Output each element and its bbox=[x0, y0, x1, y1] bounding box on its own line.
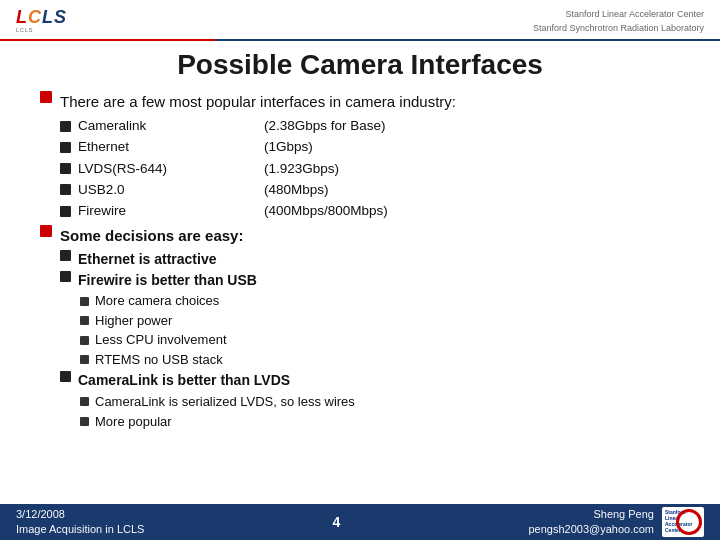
institution-line2: Stanford Synchrotron Radiation Laborator… bbox=[533, 22, 704, 36]
sub-item-text: Ethernet is attractive bbox=[78, 250, 217, 270]
list-item: Less CPU involvement bbox=[80, 330, 680, 350]
list-item: Higher power bbox=[80, 311, 680, 331]
title-section: Possible Camera Interfaces bbox=[0, 45, 720, 91]
subitem-text: Less CPU involvement bbox=[95, 330, 227, 350]
bullet-icon bbox=[60, 271, 71, 282]
interface-speed: (2.38Gbps for Base) bbox=[260, 116, 520, 136]
footer-author: Sheng Peng bbox=[528, 507, 654, 522]
header: LCLS LCLS Stanford Linear Accelerator Ce… bbox=[0, 0, 720, 39]
footer-logo-area: Sheng Peng pengsh2003@yahoo.com Stanford… bbox=[528, 507, 704, 538]
bullet-icon bbox=[60, 121, 71, 132]
list-item: USB2.0 bbox=[60, 180, 260, 200]
footer-right: Sheng Peng pengsh2003@yahoo.com bbox=[528, 507, 654, 538]
bullet-icon bbox=[80, 417, 89, 426]
subitem-text: More camera choices bbox=[95, 291, 219, 311]
bullet-icon bbox=[80, 297, 89, 306]
interface-speed: (1Gbps) bbox=[260, 137, 520, 157]
sub-item-text: Firewire is better than USB bbox=[78, 271, 257, 291]
list-item: Ethernet bbox=[60, 137, 260, 157]
intro-text: There are a few most popular interfaces … bbox=[60, 91, 456, 112]
interface-name: Ethernet bbox=[78, 137, 129, 157]
interface-name: USB2.0 bbox=[78, 180, 125, 200]
bullet-icon bbox=[80, 336, 89, 345]
decisions-text: Some decisions are easy: bbox=[60, 225, 243, 246]
list-item: CameraLink is serialized LVDS, so less w… bbox=[80, 392, 680, 412]
slide-title: Possible Camera Interfaces bbox=[20, 49, 700, 81]
logo-area: LCLS LCLS bbox=[16, 8, 96, 33]
interface-speed: (1.923Gbps) bbox=[260, 159, 520, 179]
bullet-icon bbox=[80, 355, 89, 364]
content: There are a few most popular interfaces … bbox=[0, 91, 720, 431]
bullet-icon bbox=[60, 206, 71, 217]
list-item: LVDS(RS-644) bbox=[60, 159, 260, 179]
interface-speed: (480Mbps) bbox=[260, 180, 520, 200]
subitem-text: RTEMS no USB stack bbox=[95, 350, 223, 370]
slide: LCLS LCLS Stanford Linear Accelerator Ce… bbox=[0, 0, 720, 540]
list-item: More camera choices bbox=[80, 291, 680, 311]
list-item: RTEMS no USB stack bbox=[80, 350, 680, 370]
interface-name: Firewire bbox=[78, 201, 126, 221]
footer: 3/12/2008 Image Acquisition in LCLS 4 Sh… bbox=[0, 504, 720, 540]
slac-logo: Stanford Linear Accelerator Center bbox=[662, 507, 704, 537]
subitem-text: More popular bbox=[95, 412, 172, 432]
bullet-icon bbox=[60, 371, 71, 382]
list-item: Cameralink bbox=[60, 116, 260, 136]
subitem-text: Higher power bbox=[95, 311, 172, 331]
interface-name: Cameralink bbox=[78, 116, 146, 136]
list-item: More popular bbox=[80, 412, 680, 432]
list-item: Firewire bbox=[60, 201, 260, 221]
footer-left: 3/12/2008 Image Acquisition in LCLS bbox=[16, 507, 144, 538]
footer-page-number: 4 bbox=[333, 514, 341, 530]
interface-speed: (400Mbps/800Mbps) bbox=[260, 201, 520, 221]
institution-line1: Stanford Linear Accelerator Center bbox=[533, 8, 704, 22]
bullet-icon bbox=[60, 250, 71, 261]
sub-item-text: CameraLink is better than LVDS bbox=[78, 371, 290, 391]
decisions-heading: Some decisions are easy: bbox=[40, 225, 680, 246]
sub-item-cameralink: CameraLink is better than LVDS bbox=[60, 371, 680, 391]
header-right: Stanford Linear Accelerator Center Stanf… bbox=[533, 8, 704, 35]
footer-subtitle: Image Acquisition in LCLS bbox=[16, 522, 144, 537]
bullet-icon bbox=[60, 184, 71, 195]
interface-name: LVDS(RS-644) bbox=[78, 159, 167, 179]
bullet-icon bbox=[40, 225, 52, 237]
subitem-text: CameraLink is serialized LVDS, so less w… bbox=[95, 392, 355, 412]
intro-bullet: There are a few most popular interfaces … bbox=[40, 91, 680, 112]
bullet-icon bbox=[80, 316, 89, 325]
bullet-icon bbox=[80, 397, 89, 406]
cameralink-subitems: CameraLink is serialized LVDS, so less w… bbox=[80, 392, 680, 431]
bullet-icon bbox=[60, 163, 71, 174]
footer-date: 3/12/2008 bbox=[16, 507, 144, 522]
bullet-icon bbox=[40, 91, 52, 103]
footer-email: pengsh2003@yahoo.com bbox=[528, 522, 654, 537]
firewire-subitems: More camera choices Higher power Less CP… bbox=[80, 291, 680, 369]
header-divider bbox=[0, 39, 720, 41]
bullet-icon bbox=[60, 142, 71, 153]
sub-item-firewire: Firewire is better than USB bbox=[60, 271, 680, 291]
interface-list: Cameralink (2.38Gbps for Base) Ethernet … bbox=[60, 116, 680, 221]
sub-item-ethernet: Ethernet is attractive bbox=[60, 250, 680, 270]
